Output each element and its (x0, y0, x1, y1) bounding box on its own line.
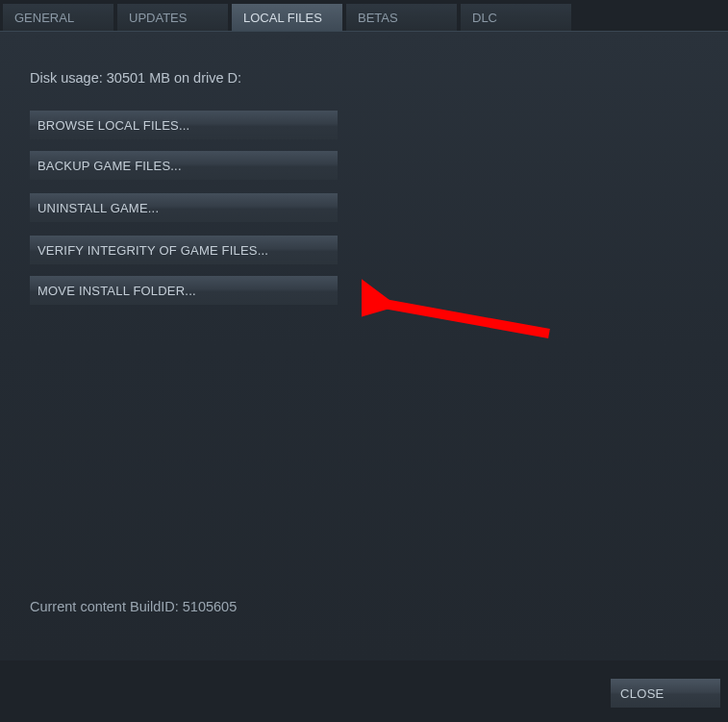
close-button[interactable]: CLOSE (611, 679, 720, 708)
action-buttons: BROWSE LOCAL FILES... BACKUP GAME FILES.… (30, 111, 701, 305)
browse-local-files-button[interactable]: BROWSE LOCAL FILES... (30, 111, 338, 139)
disk-usage-label: Disk usage: 30501 MB on drive D: (30, 70, 701, 86)
tab-betas[interactable]: BETAS (346, 4, 457, 31)
svg-line-0 (379, 303, 549, 334)
verify-integrity-button[interactable]: VERIFY INTEGRITY OF GAME FILES... (30, 236, 338, 264)
tab-general[interactable]: GENERAL (3, 4, 113, 31)
backup-game-files-button[interactable]: BACKUP GAME FILES... (30, 151, 338, 180)
tab-local-files[interactable]: LOCAL FILES (232, 4, 342, 31)
local-files-panel: Disk usage: 30501 MB on drive D: BROWSE … (0, 32, 728, 660)
tab-updates[interactable]: UPDATES (117, 4, 228, 31)
footer-bar: CLOSE (0, 664, 728, 722)
tab-bar: GENERAL UPDATES LOCAL FILES BETAS DLC (0, 0, 728, 32)
move-install-folder-button[interactable]: MOVE INSTALL FOLDER... (30, 276, 338, 305)
build-id-label: Current content BuildID: 5105605 (30, 599, 237, 614)
uninstall-game-button[interactable]: UNINSTALL GAME... (30, 193, 338, 222)
tab-dlc[interactable]: DLC (461, 4, 571, 31)
